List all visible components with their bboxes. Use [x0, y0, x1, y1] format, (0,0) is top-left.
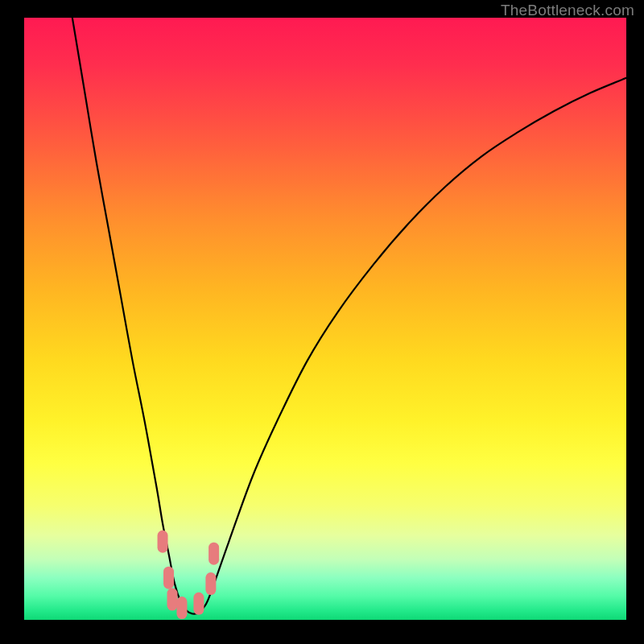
bottleneck-curve [72, 18, 626, 614]
marker-pill [163, 567, 174, 589]
curve-layer [24, 18, 626, 620]
chart-frame: TheBottleneck.com [0, 0, 644, 644]
plot-area [24, 18, 626, 620]
marker-pill [208, 543, 219, 565]
marker-pill [167, 588, 178, 611]
watermark-text: TheBottleneck.com [501, 2, 634, 19]
marker-pill [158, 530, 168, 553]
marker-pill [193, 592, 204, 615]
marker-pill [205, 572, 216, 595]
marker-cluster [158, 530, 220, 619]
marker-pill [176, 597, 187, 619]
